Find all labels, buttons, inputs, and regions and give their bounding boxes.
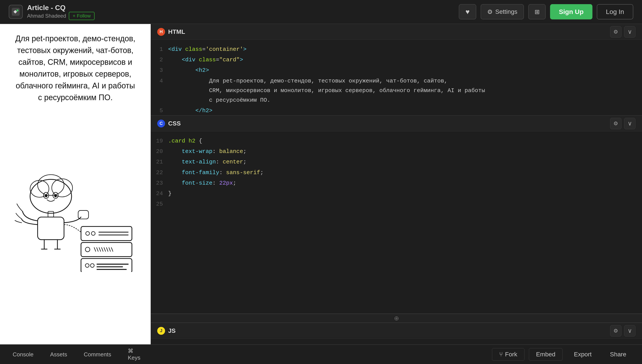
svg-line-21: [97, 248, 98, 252]
settings-button[interactable]: ⚙ Settings: [481, 4, 524, 20]
fork-icon: ⑂: [499, 351, 503, 358]
preview-panel: Для pet-проектов, демо-стендов, тестовых…: [0, 24, 151, 364]
code-panel: H HTML ⚙ ∨ 1 <div class='container'> 2 <…: [151, 24, 642, 364]
code-line: 4 Для pet-проектов, демо-стендов, тестов…: [151, 76, 642, 106]
svg-rect-11: [38, 217, 64, 240]
html-lang-label: H HTML: [157, 28, 185, 36]
svg-point-14: [86, 232, 89, 236]
svg-rect-18: [81, 243, 132, 257]
css-section: C CSS ⚙ ∨ 19 .card h2 { 20 text-wrap: ba…: [151, 116, 642, 314]
css-header-buttons: ⚙ ∨: [610, 118, 635, 129]
svg-point-5: [38, 175, 64, 196]
css-settings-btn[interactable]: ⚙: [610, 118, 621, 129]
svg-point-19: [85, 247, 90, 252]
main-layout: Для pet-проектов, демо-стендов, тестовых…: [0, 24, 642, 364]
code-line: 19 .card h2 {: [151, 136, 642, 146]
svg-line-27: [111, 248, 113, 252]
html-collapse-btn[interactable]: ∨: [624, 26, 635, 38]
css-section-header: C CSS ⚙ ∨: [151, 116, 642, 131]
js-section-header: J JS ⚙ ∨: [151, 323, 642, 339]
html-section-header: H HTML ⚙ ∨: [151, 24, 642, 40]
author-row: Ahmad Shadeed + Follow: [27, 12, 95, 20]
css-code-body[interactable]: 19 .card h2 { 20 text-wrap: balance; 21 …: [151, 131, 642, 214]
svg-point-29: [85, 264, 89, 267]
nav-actions: ♥ ⚙ Settings ⊞ Sign Up Log In: [459, 4, 633, 20]
svg-rect-10: [48, 212, 54, 217]
share-button[interactable]: Share: [603, 348, 633, 360]
js-header-buttons: ⚙ ∨: [610, 325, 635, 336]
article-title: Article - CQ: [27, 4, 95, 12]
svg-rect-12: [78, 210, 89, 219]
css-label: CSS: [168, 120, 181, 127]
html-icon: H: [157, 28, 165, 36]
preview-image: [13, 110, 138, 336]
html-label: HTML: [168, 28, 185, 35]
logo-icon: [9, 5, 23, 19]
follow-button[interactable]: + Follow: [69, 12, 95, 20]
svg-point-1: [16, 10, 19, 12]
resize-handle[interactable]: ⊕: [151, 314, 642, 322]
fork-label: Fork: [505, 351, 517, 358]
bottom-action-bar: ⑂ Fork Embed Export Share: [151, 344, 642, 364]
settings-label: Settings: [495, 8, 517, 15]
code-line: 22 font-family: sans-serif;: [151, 168, 642, 178]
code-line: 24 }: [151, 188, 642, 199]
embed-button[interactable]: Embed: [529, 348, 563, 361]
logo-area: Article - CQ Ahmad Shadeed + Follow: [9, 4, 459, 20]
css-lang-label: C CSS: [157, 120, 181, 128]
svg-line-25: [106, 248, 108, 252]
css-collapse-btn[interactable]: ∨: [624, 118, 635, 129]
export-button[interactable]: Export: [567, 348, 598, 360]
layout-button[interactable]: ⊞: [528, 4, 546, 20]
code-line: 25: [151, 199, 642, 209]
tab-keys[interactable]: ⌘ Keys: [122, 346, 147, 363]
js-icon: J: [157, 327, 165, 335]
js-section: J JS ⚙ ∨: [151, 322, 642, 344]
code-line: 21 text-align: center;: [151, 157, 642, 167]
svg-line-26: [109, 248, 111, 252]
svg-point-8: [45, 194, 47, 198]
js-settings-btn[interactable]: ⚙: [610, 325, 621, 336]
js-collapse-btn[interactable]: ∨: [624, 325, 635, 336]
fork-button[interactable]: ⑂ Fork: [492, 348, 524, 361]
topnav: Article - CQ Ahmad Shadeed + Follow ♥ ⚙ …: [0, 0, 642, 24]
layout-icon: ⊞: [534, 8, 540, 16]
svg-point-15: [91, 232, 95, 236]
tab-console[interactable]: Console: [7, 349, 40, 360]
tab-comments[interactable]: Comments: [78, 349, 117, 360]
code-line: 5 </h2>: [151, 106, 642, 115]
gear-icon: ⚙: [487, 8, 493, 16]
svg-line-24: [104, 248, 106, 252]
svg-line-20: [94, 248, 96, 252]
author-name: Ahmad Shadeed: [27, 13, 66, 19]
preview-heading: Для pet-проектов, демо-стендов, тестовых…: [13, 33, 138, 104]
html-code-body[interactable]: 1 <div class='container'> 2 <div class="…: [151, 40, 642, 115]
svg-line-23: [102, 248, 103, 252]
svg-point-4: [52, 179, 73, 197]
js-lang-label: J JS: [157, 327, 176, 335]
embed-label: Embed: [536, 351, 555, 358]
code-line: 23 font-size: 22px;: [151, 178, 642, 188]
html-header-buttons: ⚙ ∨: [610, 26, 635, 38]
svg-point-30: [90, 264, 94, 267]
preview-content: Для pet-проектов, демо-стендов, тестовых…: [0, 24, 151, 344]
preview-bottom-bar: Console Assets Comments ⌘ Keys: [0, 344, 151, 364]
signup-button[interactable]: Sign Up: [550, 4, 592, 20]
code-line: 2 <div class="card">: [151, 54, 642, 65]
html-settings-btn[interactable]: ⚙: [610, 26, 621, 38]
js-label: JS: [168, 327, 176, 334]
svg-point-9: [54, 194, 57, 198]
resize-icon: ⊕: [394, 315, 399, 322]
code-line: 1 <div class='container'>: [151, 44, 642, 54]
logo-text-area: Article - CQ Ahmad Shadeed + Follow: [27, 4, 95, 20]
code-line: 3 <h2>: [151, 65, 642, 76]
heart-button[interactable]: ♥: [459, 4, 476, 20]
svg-line-22: [99, 248, 101, 252]
html-section: H HTML ⚙ ∨ 1 <div class='container'> 2 <…: [151, 24, 642, 116]
svg-rect-13: [81, 226, 132, 241]
login-button[interactable]: Log In: [597, 4, 633, 20]
code-line: 20 text-wrap: balance;: [151, 146, 642, 157]
tab-assets[interactable]: Assets: [44, 349, 73, 360]
css-icon: C: [157, 120, 165, 128]
